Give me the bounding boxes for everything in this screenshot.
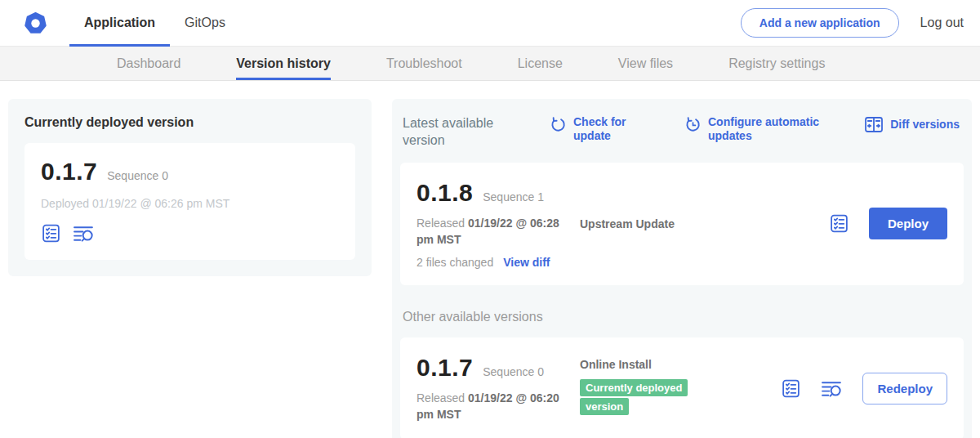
app-subnav: Dashboard Version history Troubleshoot L… [0, 47, 980, 81]
diff-versions-link[interactable]: Diff versions [864, 115, 960, 133]
check-for-update-label: Check for update [573, 115, 637, 143]
latest-source-label: Upstream Update [580, 217, 675, 230]
latest-version-card: 0.1.8 Sequence 1 Released 01/19/22 @ 06:… [400, 163, 964, 286]
subnav-tab-registry-settings[interactable]: Registry settings [728, 47, 825, 80]
subnav-tab-version-history[interactable]: Version history [236, 47, 331, 80]
released-prefix: Released [416, 391, 468, 404]
files-changed-label: 2 files changed [416, 256, 493, 269]
view-logs-icon[interactable] [73, 223, 95, 244]
currently-deployed-title: Currently deployed version [24, 115, 355, 130]
other-source-label: Online Install [580, 358, 652, 371]
available-versions-panel: Latest available version Check for updat… [392, 99, 972, 438]
other-sequence: Sequence 0 [483, 365, 544, 378]
latest-available-title: Latest available version [403, 115, 527, 150]
available-versions-header: Latest available version Check for updat… [403, 115, 960, 150]
top-bar-right: Add a new application Log out [741, 8, 964, 38]
logout-link[interactable]: Log out [920, 16, 964, 30]
deployed-version-card: 0.1.7 Sequence 0 Deployed 01/19/22 @ 06:… [24, 143, 355, 260]
check-for-update-link[interactable]: Check for update [550, 115, 637, 143]
deploy-button[interactable]: Deploy [869, 208, 947, 239]
view-logs-icon[interactable] [821, 378, 843, 399]
tab-gitops[interactable]: GitOps [170, 0, 240, 46]
subnav-tab-dashboard[interactable]: Dashboard [117, 47, 180, 80]
view-diff-link[interactable]: View diff [503, 256, 550, 269]
other-available-versions-title: Other available versions [403, 310, 961, 324]
currently-deployed-badge: Currently deployed version [580, 379, 688, 415]
subnav-tab-troubleshoot[interactable]: Troubleshoot [386, 47, 462, 80]
deployed-sequence: Sequence 0 [107, 169, 168, 182]
subnav-tab-license[interactable]: License [518, 47, 563, 80]
top-bar: Application GitOps Add a new application… [0, 0, 980, 47]
primary-nav: Application GitOps [69, 0, 240, 46]
preflight-checklist-icon[interactable] [781, 378, 801, 399]
other-version-card: 0.1.7 Sequence 0 Released 01/19/22 @ 06:… [400, 337, 964, 438]
latest-version-number: 0.1.8 [416, 179, 473, 207]
configure-automatic-updates-link[interactable]: Configure automatic updates [684, 115, 831, 143]
redeploy-button[interactable]: Redeploy [862, 373, 947, 404]
deployed-version-number: 0.1.7 [41, 158, 97, 185]
main-content: Currently deployed version 0.1.7 Sequenc… [0, 81, 980, 438]
other-released-timestamp: Released 01/19/22 @ 06:20 pm MST [416, 390, 572, 423]
other-version-number: 0.1.7 [416, 354, 473, 382]
subnav-tab-view-files[interactable]: View files [618, 47, 673, 80]
preflight-checklist-icon[interactable] [41, 223, 61, 244]
add-application-button[interactable]: Add a new application [741, 8, 899, 38]
configure-automatic-updates-label: Configure automatic updates [708, 115, 831, 143]
tab-application[interactable]: Application [69, 0, 170, 46]
preflight-checklist-icon[interactable] [829, 213, 849, 234]
released-prefix: Released [416, 217, 468, 230]
app-logo-icon[interactable] [24, 12, 47, 34]
deployed-timestamp: Deployed 01/19/22 @ 06:26 pm MST [41, 197, 339, 210]
diff-versions-label: Diff versions [890, 118, 960, 132]
latest-released-timestamp: Released 01/19/22 @ 06:28 pm MST [416, 215, 572, 248]
currently-deployed-panel: Currently deployed version 0.1.7 Sequenc… [8, 99, 372, 276]
latest-sequence: Sequence 1 [483, 190, 544, 203]
